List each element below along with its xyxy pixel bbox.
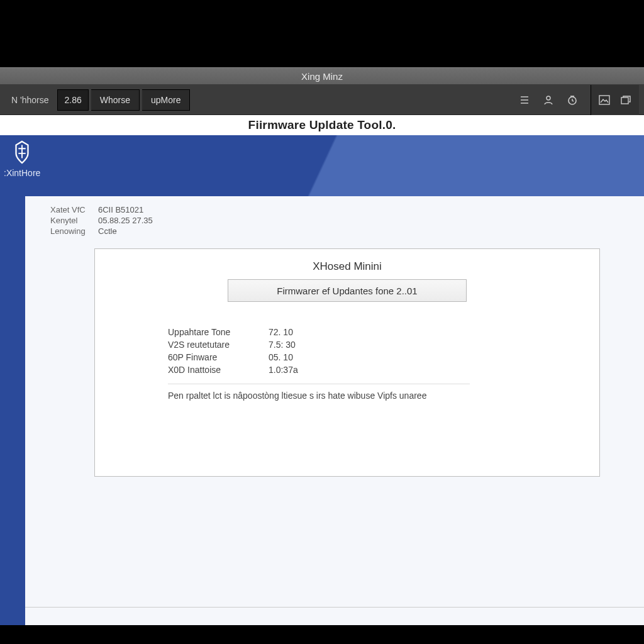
brand-block: :XintHore [4, 140, 40, 178]
firmware-update-button-label: Firmwarer ef Updantes fone 2..01 [277, 286, 417, 296]
info-key-1: Kenytel [50, 216, 98, 225]
svg-rect-3 [621, 97, 628, 104]
info-key-2: Lenowing [50, 226, 98, 236]
ver-val-2: 05. 10 [269, 352, 344, 362]
app-logo-text: N 'hhorse [5, 89, 55, 111]
svg-rect-2 [599, 96, 609, 104]
version-badge: 2.86 [57, 89, 88, 111]
ver-val-0: 72. 10 [269, 327, 344, 337]
footer-divider [25, 607, 644, 608]
window-title: Xing Minz [301, 71, 343, 82]
ver-val-3: 1.0:37a [269, 365, 344, 375]
info-val-1: 05.88.25 27.35 [98, 216, 199, 225]
user-icon[interactable] [538, 89, 559, 111]
divider [168, 384, 470, 384]
update-panel: XHosed Minini Firmwarer ef Updantes fone… [94, 248, 600, 477]
ver-key-1: V2S reutetutare [168, 340, 269, 350]
panel-title: XHosed Minini [111, 260, 583, 273]
brand-logo-icon [10, 140, 34, 164]
tab-whorse-label: Whorse [100, 95, 130, 105]
svg-point-0 [547, 96, 550, 100]
ver-key-0: Uppahtare Tone [168, 327, 269, 337]
info-val-0: 6CII B51021 [98, 205, 199, 214]
device-info: Xatet VfC 6CII B51021 Kenytel 05.88.25 2… [50, 205, 613, 236]
status-note: Pen rpaltet lct is nâpoostòng ltiesue s … [168, 391, 583, 401]
clock-icon[interactable] [562, 89, 583, 111]
window-controls [591, 85, 639, 115]
tab-whorse[interactable]: Whorse [91, 89, 140, 111]
main-body: Xatet VfC 6CII B51021 Kenytel 05.88.25 2… [0, 196, 644, 625]
tab-upmore-label: upMore [151, 95, 180, 105]
page-title: Fiirmware Upldate Tool.0. [248, 118, 396, 132]
version-list: Uppahtare Tone 72. 10 V2S reutetutare 7.… [168, 327, 583, 375]
page-title-bar: Fiirmware Upldate Tool.0. [0, 115, 644, 135]
black-border-bottom [0, 625, 644, 644]
ver-key-2: 60P Finware [168, 352, 269, 362]
menu-icon[interactable] [514, 89, 535, 111]
info-key-0: Xatet VfC [50, 205, 98, 214]
firmware-update-button[interactable]: Firmwarer ef Updantes fone 2..01 [228, 279, 467, 302]
window-titlebar: Xing Minz [0, 67, 644, 85]
brand-name: :XintHore [4, 168, 40, 178]
info-val-2: Cctle [98, 226, 199, 236]
image-icon[interactable] [594, 89, 615, 111]
toolbar: N 'hhorse 2.86 Whorse upMore [0, 85, 644, 115]
black-border-top [0, 0, 644, 67]
tab-upmore[interactable]: upMore [142, 89, 190, 111]
brand-banner: :XintHore [0, 135, 644, 196]
ver-val-1: 7.5: 30 [269, 340, 344, 350]
restore-icon[interactable] [615, 89, 636, 111]
ver-key-3: X0D Inattoise [168, 365, 269, 375]
